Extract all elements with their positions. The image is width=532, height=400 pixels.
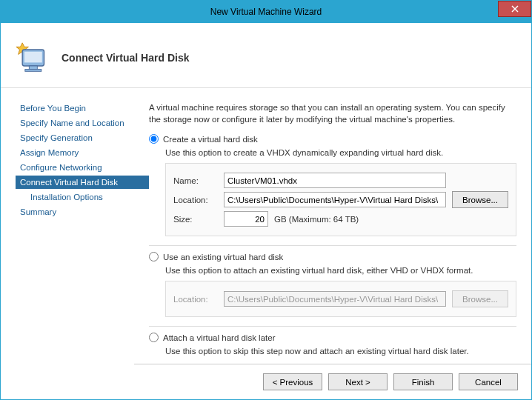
- divider-2: [149, 326, 516, 327]
- footer: < Previous Next > Finish Cancel: [134, 364, 531, 399]
- close-button[interactable]: [498, 1, 531, 17]
- radio-create-vhd-label: Create a virtual hard disk: [163, 135, 258, 144]
- sidebar: Before You Begin Specify Name and Locati…: [1, 88, 149, 364]
- vhd-name-input[interactable]: [224, 173, 446, 188]
- existing-browse-button: Browse...: [452, 290, 508, 307]
- sidebar-item-assign-memory[interactable]: Assign Memory: [16, 146, 149, 159]
- svg-rect-4: [25, 69, 41, 71]
- wizard-window: New Virtual Machine Wizard Connect Virtu…: [0, 0, 532, 400]
- svg-rect-2: [24, 51, 42, 62]
- sidebar-item-configure-networking[interactable]: Configure Networking: [16, 161, 149, 174]
- next-button[interactable]: Next >: [328, 373, 388, 390]
- option-attach-later: Attach a virtual hard disk later: [149, 333, 516, 342]
- sidebar-item-installation-options[interactable]: Installation Options: [26, 190, 149, 204]
- option-create-vhd: Create a virtual hard disk: [149, 134, 516, 144]
- vhd-location-input[interactable]: [224, 192, 446, 207]
- create-vhd-desc: Use this option to create a VHDX dynamic…: [165, 148, 516, 157]
- previous-button[interactable]: < Previous: [263, 373, 322, 390]
- close-icon: [511, 5, 519, 13]
- browse-button[interactable]: Browse...: [452, 191, 508, 208]
- location-label: Location:: [173, 196, 218, 204]
- size-suffix: GB (Maximum: 64 TB): [274, 215, 359, 224]
- existing-vhd-desc: Use this option to attach an existing vi…: [165, 266, 516, 275]
- content: A virtual machine requires storage so th…: [149, 88, 531, 364]
- finish-button[interactable]: Finish: [393, 373, 453, 390]
- window-title: New Virtual Machine Wizard: [210, 7, 322, 17]
- existing-location-input: [224, 291, 446, 307]
- radio-existing-vhd-label: Use an existing virtual hard disk: [163, 253, 283, 261]
- header: Connect Virtual Hard Disk: [1, 23, 531, 88]
- sidebar-item-connect-vhd[interactable]: Connect Virtual Hard Disk: [16, 176, 149, 189]
- attach-later-desc: Use this option to skip this step now an…: [165, 347, 516, 356]
- existing-vhd-fields: Location: Browse...: [165, 281, 516, 317]
- radio-existing-vhd[interactable]: [149, 252, 159, 261]
- sidebar-item-before-you-begin[interactable]: Before You Begin: [16, 101, 149, 115]
- create-vhd-fields: Name: Location: Browse... Size: GB (Maxi…: [165, 163, 516, 236]
- svg-rect-3: [29, 66, 37, 70]
- sidebar-item-summary[interactable]: Summary: [16, 205, 149, 219]
- wizard-icon: [16, 41, 48, 74]
- sidebar-item-specify-generation[interactable]: Specify Generation: [16, 131, 149, 144]
- sidebar-item-specify-name[interactable]: Specify Name and Location: [16, 116, 149, 130]
- description-text: A virtual machine requires storage so th…: [149, 101, 516, 125]
- vhd-size-input[interactable]: [224, 211, 268, 227]
- existing-location-label: Location:: [173, 295, 218, 304]
- divider: [149, 245, 516, 246]
- radio-attach-later-label: Attach a virtual hard disk later: [163, 333, 276, 342]
- name-label: Name:: [173, 176, 218, 185]
- option-existing-vhd: Use an existing virtual hard disk: [149, 252, 516, 261]
- page-title: Connect Virtual Hard Disk: [61, 52, 189, 64]
- radio-attach-later[interactable]: [149, 333, 159, 342]
- titlebar: New Virtual Machine Wizard: [1, 1, 531, 23]
- body: Before You Begin Specify Name and Locati…: [1, 88, 531, 364]
- size-label: Size:: [173, 215, 218, 224]
- radio-create-vhd[interactable]: [149, 134, 159, 144]
- cancel-button[interactable]: Cancel: [459, 373, 518, 390]
